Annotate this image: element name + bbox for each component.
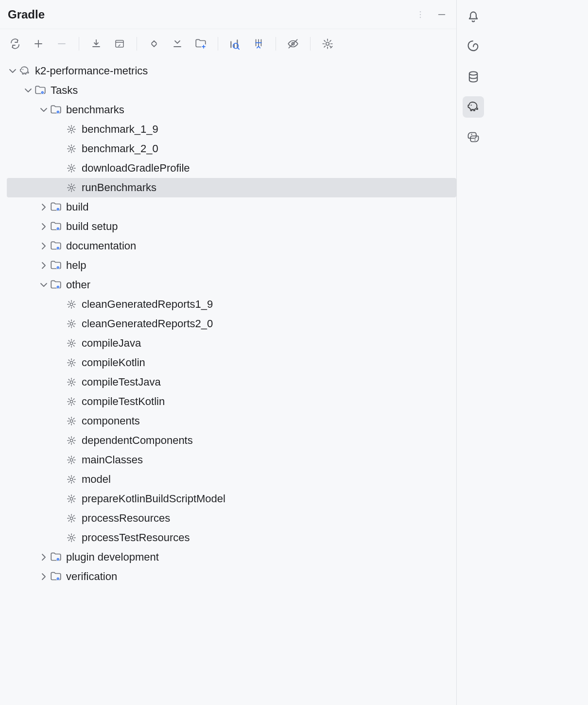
- options-button[interactable]: [414, 8, 427, 21]
- chevron-right-icon[interactable]: [38, 571, 50, 582]
- task-label: compileTestJava: [82, 376, 161, 388]
- run-configurations-button[interactable]: [112, 36, 127, 51]
- task-item-runbenchmarks[interactable]: runBenchmarks: [7, 178, 456, 197]
- notifications-button[interactable]: [463, 6, 484, 27]
- chevron-down-icon[interactable]: [38, 279, 50, 291]
- task-item[interactable]: benchmark_2_0: [7, 139, 456, 159]
- analyze-dependencies-button[interactable]: [228, 36, 242, 51]
- folder-gear-icon: [50, 201, 62, 213]
- task-group-help[interactable]: help: [7, 256, 456, 275]
- task-label: processTestResources: [82, 531, 190, 544]
- gear-icon: [65, 123, 78, 136]
- chevron-right-icon[interactable]: [38, 240, 50, 252]
- show-ignored-button[interactable]: [286, 36, 300, 51]
- gear-icon: [65, 493, 78, 505]
- task-item[interactable]: cleanGeneratedReports2_0: [7, 314, 456, 334]
- task-group-build-setup[interactable]: build setup: [7, 217, 456, 236]
- remove-button[interactable]: [54, 36, 69, 51]
- task-label: benchmark_1_9: [82, 123, 158, 136]
- toggle-offline-button[interactable]: [251, 36, 266, 51]
- chevron-right-icon[interactable]: [38, 260, 50, 271]
- chevron-right-icon[interactable]: [38, 201, 50, 213]
- folder-gear-icon: [50, 279, 62, 291]
- group-label: benchmarks: [66, 104, 124, 116]
- task-group-documentation[interactable]: documentation: [7, 236, 456, 256]
- build-tool-settings-button[interactable]: [320, 36, 335, 51]
- chevron-down-icon[interactable]: [7, 65, 18, 77]
- gear-icon: [65, 454, 78, 466]
- task-label: prepareKotlinBuildScriptModel: [82, 493, 225, 505]
- chevron-down-icon[interactable]: [22, 85, 34, 96]
- chevron-right-icon[interactable]: [38, 221, 50, 232]
- task-item[interactable]: downloadGradleProfile: [7, 159, 456, 178]
- toolbar-separator: [276, 37, 276, 51]
- task-item[interactable]: processTestResources: [7, 528, 456, 547]
- task-item[interactable]: benchmark_1_9: [7, 120, 456, 139]
- collapse-all-button[interactable]: [170, 36, 185, 51]
- chevron-down-icon[interactable]: [38, 104, 50, 116]
- toolbar-separator: [218, 37, 218, 51]
- folder-gear-icon: [50, 259, 62, 272]
- toolbar: [0, 29, 456, 58]
- gradle-button[interactable]: [463, 96, 484, 118]
- folder-gear-icon: [50, 551, 62, 564]
- task-group-plugin-development[interactable]: plugin development: [7, 547, 456, 567]
- add-button[interactable]: [31, 36, 46, 51]
- task-item[interactable]: components: [7, 411, 456, 431]
- task-group-benchmarks[interactable]: benchmarks: [7, 100, 456, 120]
- database-button[interactable]: [463, 66, 484, 88]
- task-label: runBenchmarks: [82, 181, 156, 194]
- task-item[interactable]: dependentComponents: [7, 431, 456, 450]
- project-node[interactable]: k2-performance-metrics: [7, 61, 456, 81]
- task-item[interactable]: model: [7, 470, 456, 489]
- gear-icon: [65, 434, 78, 447]
- group-label: build setup: [66, 220, 118, 233]
- toolbar-separator: [137, 37, 137, 51]
- task-item[interactable]: mainClasses: [7, 450, 456, 470]
- task-group-verification[interactable]: verification: [7, 567, 456, 586]
- task-item[interactable]: compileTestJava: [7, 372, 456, 392]
- task-label: compileKotlin: [82, 356, 145, 369]
- right-tool-sidebar: [457, 0, 490, 705]
- task-label: downloadGradleProfile: [82, 162, 190, 175]
- task-item[interactable]: compileTestKotlin: [7, 392, 456, 411]
- task-item[interactable]: compileKotlin: [7, 353, 456, 372]
- task-group-build[interactable]: build: [7, 197, 456, 217]
- task-item[interactable]: processResources: [7, 509, 456, 528]
- tasks-node[interactable]: Tasks: [7, 81, 456, 100]
- task-label: mainClasses: [82, 454, 143, 466]
- python-button[interactable]: [463, 126, 484, 148]
- task-activation-button[interactable]: [193, 36, 208, 51]
- expand-all-button[interactable]: [147, 36, 161, 51]
- folder-gear-icon: [50, 240, 62, 252]
- task-label: benchmark_2_0: [82, 142, 158, 155]
- gear-icon: [65, 181, 78, 194]
- folder-gear-icon: [50, 220, 62, 233]
- chevron-right-icon[interactable]: [38, 551, 50, 563]
- gradle-panel: Gradle k2-performance-metrics: [0, 0, 457, 705]
- task-label: components: [82, 415, 140, 427]
- refresh-button[interactable]: [8, 36, 22, 51]
- toolbar-separator: [310, 37, 311, 51]
- toolbar-separator: [79, 37, 79, 51]
- group-label: other: [66, 279, 90, 291]
- group-label: help: [66, 259, 86, 272]
- gear-icon: [65, 376, 78, 388]
- task-label: model: [82, 473, 111, 486]
- header-actions: [414, 8, 449, 21]
- gear-icon: [65, 415, 78, 427]
- gear-icon: [65, 531, 78, 544]
- gradle-elephant-icon: [18, 65, 31, 77]
- task-tree[interactable]: k2-performance-metrics Tasks benchmarks …: [0, 58, 456, 705]
- task-item[interactable]: cleanGeneratedReports1_9: [7, 295, 456, 314]
- folder-gear-icon: [50, 104, 62, 116]
- gear-icon: [65, 395, 78, 408]
- task-item[interactable]: compileJava: [7, 334, 456, 353]
- task-group-other[interactable]: other: [7, 275, 456, 295]
- hide-button[interactable]: [435, 8, 449, 21]
- download-sources-button[interactable]: [89, 36, 104, 51]
- folder-gear-icon: [50, 570, 62, 583]
- group-label: build: [66, 201, 88, 213]
- task-item[interactable]: prepareKotlinBuildScriptModel: [7, 489, 456, 509]
- ai-assistant-button[interactable]: [463, 36, 484, 57]
